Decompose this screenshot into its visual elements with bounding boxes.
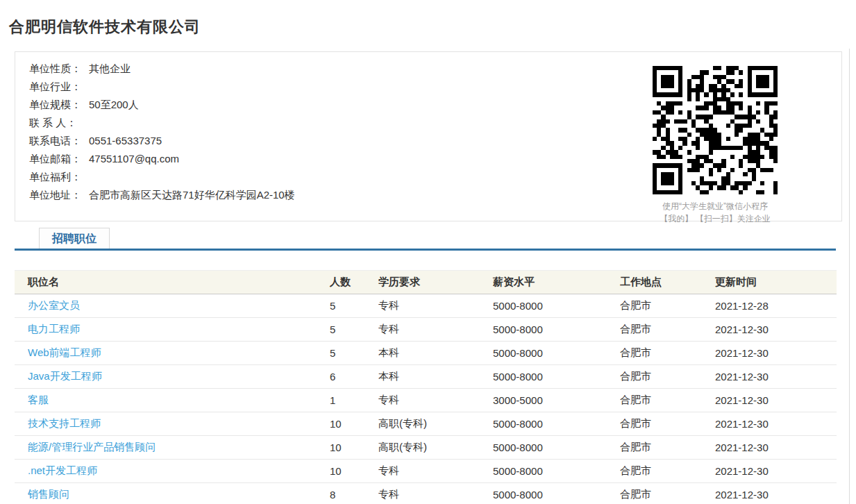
content-right-border (849, 49, 850, 504)
company-info-line: 单位邮箱：47551107@qq.com (29, 150, 295, 168)
tab-bar: 招聘职位 (15, 228, 836, 251)
company-info-line: 单位行业： (29, 78, 295, 96)
header-headcount: 人数 (330, 271, 378, 294)
job-cell-updated: 2021-12-30 (715, 365, 837, 389)
job-title-link[interactable]: 能源/管理行业产品销售顾问 (28, 441, 156, 453)
info-value: 50至200人 (89, 99, 139, 110)
job-cell-education: 本科 (378, 365, 493, 389)
job-title-link[interactable]: .net开发工程师 (28, 464, 97, 476)
info-value: 0551-65337375 (89, 135, 162, 146)
info-label: 单位地址： (29, 186, 86, 204)
info-label: 单位福利： (29, 168, 86, 186)
job-cell-salary: 5000-8000 (493, 412, 620, 436)
job-cell-location: 合肥市 (620, 294, 715, 318)
company-info-line: 单位福利： (29, 168, 295, 186)
job-cell-education: 专科 (378, 294, 493, 318)
job-row: Web前端工程师5本科5000-8000合肥市2021-12-30 (15, 342, 837, 365)
job-cell-salary: 5000-8000 (493, 294, 620, 318)
job-cell-salary: 5000-8000 (493, 460, 620, 483)
job-cell-salary: 5000-8000 (493, 318, 620, 342)
info-label: 单位性质： (29, 60, 86, 78)
qr-block: 使用“大学生就业”微信小程序 【我的】 【扫一扫】关注企业 (653, 66, 778, 225)
job-cell-salary: 5000-8000 (493, 342, 620, 365)
job-cell-education: 高职(专科) (378, 436, 493, 460)
job-row: .net开发工程师10专科5000-8000合肥市2021-12-30 (15, 460, 837, 483)
job-cell-updated: 2021-12-30 (715, 342, 837, 365)
job-cell-location: 合肥市 (620, 365, 715, 389)
job-cell-location: 合肥市 (620, 436, 715, 460)
tab-recruit-positions[interactable]: 招聘职位 (39, 228, 110, 249)
job-cell-education: 高职(专科) (378, 412, 493, 436)
info-value: 合肥市高新区天达路71好华亿科学园A2-10楼 (89, 189, 295, 201)
job-cell-count: 5 (330, 294, 378, 318)
info-value: 其他企业 (89, 62, 131, 74)
job-row: Java开发工程师6本科5000-8000合肥市2021-12-30 (15, 365, 837, 389)
job-title-link[interactable]: 办公室文员 (28, 299, 80, 311)
job-cell-count: 10 (330, 412, 378, 436)
company-info-line: 单位性质：其他企业 (29, 60, 295, 78)
job-title-link[interactable]: Java开发工程师 (28, 370, 102, 382)
info-label: 联系电话： (29, 132, 86, 150)
qr-caption-line1: 使用“大学生就业”微信小程序 (653, 200, 778, 212)
job-title-link[interactable]: Web前端工程师 (28, 346, 101, 358)
job-title-link[interactable]: 销售顾问 (28, 488, 69, 500)
job-cell-count: 10 (330, 436, 378, 460)
header-salary: 薪资水平 (493, 271, 620, 294)
job-cell-location: 合肥市 (620, 342, 715, 365)
header-job-title: 职位名 (15, 271, 330, 294)
job-cell-location: 合肥市 (620, 412, 715, 436)
info-label: 联 系 人： (29, 114, 86, 132)
job-cell-updated: 2021-12-30 (715, 389, 837, 412)
tab-underline (15, 249, 836, 251)
job-cell-updated: 2021-12-28 (715, 294, 837, 318)
company-info-fields: 单位性质：其他企业单位行业：单位规模：50至200人联 系 人：联系电话：055… (29, 60, 295, 204)
header-update-time: 更新时间 (715, 271, 837, 294)
header-education: 学历要求 (378, 271, 493, 294)
job-title-link[interactable]: 客服 (28, 394, 49, 405)
job-cell-updated: 2021-12-30 (715, 460, 837, 483)
job-cell-salary: 5000-8000 (493, 365, 620, 389)
job-cell-count: 1 (330, 389, 378, 412)
job-row: 客服1专科3000-5000合肥市2021-12-30 (15, 389, 837, 412)
job-cell-count: 6 (330, 365, 378, 389)
qr-caption: 使用“大学生就业”微信小程序 【我的】 【扫一扫】关注企业 (653, 200, 778, 225)
job-cell-count: 5 (330, 318, 378, 342)
company-info-line: 单位地址：合肥市高新区天达路71好华亿科学园A2-10楼 (29, 186, 295, 204)
company-info-line: 联系电话：0551-65337375 (29, 132, 295, 150)
info-label: 单位规模： (29, 96, 86, 114)
info-label: 单位行业： (29, 78, 86, 96)
job-cell-location: 合肥市 (620, 460, 715, 483)
company-info-panel: 单位性质：其他企业单位行业：单位规模：50至200人联 系 人：联系电话：055… (15, 51, 842, 221)
company-info-line: 单位规模：50至200人 (29, 96, 295, 114)
job-cell-location: 合肥市 (620, 389, 715, 412)
info-label: 单位邮箱： (29, 150, 86, 168)
header-location: 工作地点 (620, 271, 715, 294)
job-cell-salary: 3000-5000 (493, 389, 620, 412)
job-cell-location: 合肥市 (620, 483, 715, 504)
job-row: 电力工程师5专科5000-8000合肥市2021-12-30 (15, 318, 837, 342)
job-title-link[interactable]: 技术支持工程师 (28, 417, 101, 429)
job-cell-count: 10 (330, 460, 378, 483)
job-title-link[interactable]: 电力工程师 (28, 323, 80, 335)
job-cell-count: 8 (330, 483, 378, 504)
job-row: 办公室文员5专科5000-8000合肥市2021-12-28 (15, 294, 837, 318)
qr-caption-line2: 【我的】 【扫一扫】关注企业 (653, 212, 778, 225)
wechat-qr-code-image (653, 66, 778, 194)
job-cell-updated: 2021-12-30 (715, 436, 837, 460)
job-row: 销售顾问8专科5000-8000合肥市2021-12-30 (15, 483, 837, 504)
job-cell-education: 专科 (378, 460, 493, 483)
job-cell-updated: 2021-12-30 (715, 483, 837, 504)
job-row: 能源/管理行业产品销售顾问10高职(专科)5000-8000合肥市2021-12… (15, 436, 837, 460)
job-cell-salary: 5000-8000 (493, 483, 620, 504)
company-info-line: 联 系 人： (29, 114, 295, 132)
jobs-table: 职位名 人数 学历要求 薪资水平 工作地点 更新时间 办公室文员5专科5000-… (15, 270, 837, 504)
job-cell-location: 合肥市 (620, 318, 715, 342)
job-cell-education: 专科 (378, 483, 493, 504)
job-cell-count: 5 (330, 342, 378, 365)
job-cell-updated: 2021-12-30 (715, 412, 837, 436)
job-cell-updated: 2021-12-30 (715, 318, 837, 342)
info-value: 47551107@qq.com (89, 153, 179, 165)
job-cell-education: 本科 (378, 342, 493, 365)
job-cell-salary: 5000-8000 (493, 436, 620, 460)
jobs-table-header-row: 职位名 人数 学历要求 薪资水平 工作地点 更新时间 (15, 271, 837, 294)
